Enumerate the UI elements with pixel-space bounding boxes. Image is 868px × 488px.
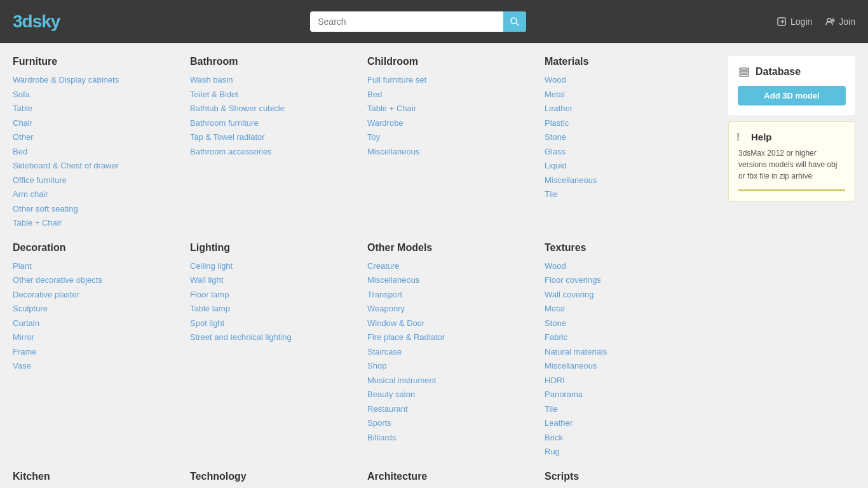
category-title-decoration: Decoration [13,242,184,254]
category-link[interactable]: Sofa [13,88,184,101]
category-link[interactable]: Stone [545,131,715,144]
help-text: 3dsMax 2012 or higher versions models wi… [738,147,845,182]
category-link[interactable]: Street and technical lighting [190,331,361,344]
category-link[interactable]: Natural materials [545,346,715,358]
category-link[interactable]: Vase [13,360,184,372]
category-link[interactable]: Liquid [545,159,715,172]
category-title-bathroom: Bathroom [190,56,361,67]
category-link[interactable]: Fabric [545,331,715,344]
category-link[interactable]: Beauty salon [367,388,538,401]
category-link[interactable]: Wood [545,74,715,86]
category-link[interactable]: Table + Chair [367,102,538,115]
category-link[interactable]: Staircase [367,346,538,358]
category-link[interactable]: Leather [545,102,715,115]
category-link[interactable]: Glass [545,146,715,158]
category-link[interactable]: Sculpture [13,302,184,315]
category-title-scripts: Scripts [545,471,715,482]
category-link[interactable]: Musical instrument [367,374,538,387]
category-link[interactable]: Miscellaneous [545,360,715,372]
category-link[interactable]: Wardrobe & Display cabinets [13,74,184,86]
category-link[interactable]: Curtain [13,317,184,330]
category-link[interactable]: Bed [367,88,538,101]
help-border [738,189,845,191]
category-link[interactable]: Miscellaneous [545,174,715,187]
category-link[interactable]: Wash basin [190,74,361,86]
category-link[interactable]: Plant [13,260,184,273]
category-section-decoration: DecorationPlantOther decorative objectsD… [13,242,184,372]
category-link[interactable]: Panorama [545,388,715,401]
category-link[interactable]: Office furniture [13,174,184,187]
category-link[interactable]: Window & Door [367,317,538,330]
category-link[interactable]: Floor lamp [190,288,361,301]
category-link[interactable]: Brick [545,431,715,444]
category-link[interactable]: Plastic [545,117,715,130]
category-link[interactable]: Leather [545,417,715,430]
category-link[interactable]: Toilet & Bidet [190,88,361,101]
categories-grid: FurnitureWardrobe & Display cabinetsSofa… [13,56,715,488]
category-link[interactable]: Other [13,131,184,144]
category-link[interactable]: Rug [545,445,715,458]
category-link[interactable]: Chair [13,117,184,130]
add-model-button[interactable]: Add 3D model [738,86,846,105]
category-link[interactable]: Wall light [190,274,361,287]
category-link[interactable]: Frame [13,346,184,358]
category-link[interactable]: Stone [545,317,715,330]
category-link[interactable]: Shop [367,360,538,372]
category-link[interactable]: Toy [367,131,538,144]
category-link[interactable]: Spot light [190,317,361,330]
category-links-materials: WoodMetalLeatherPlasticStoneGlassLiquidM… [545,74,715,201]
category-link[interactable]: Miscellaneous [367,274,538,287]
svg-rect-7 [740,71,749,73]
category-link[interactable]: Ceiling light [190,260,361,273]
category-link[interactable]: Tile [545,403,715,416]
category-link[interactable]: Mirror [13,331,184,344]
category-link[interactable]: Fire place & Radiator [367,331,538,344]
category-links-textures: WoodFloor coveringsWall coveringMetalSto… [545,260,715,458]
category-title-other-models: Other Models [367,242,538,254]
category-link[interactable]: Table + Chair [13,217,184,229]
category-links-decoration: PlantOther decorative objectsDecorative … [13,260,184,372]
search-button[interactable] [503,11,526,32]
category-title-lighting: Lighting [190,242,361,254]
join-button[interactable]: Join [825,17,855,27]
category-link[interactable]: Sports [367,417,538,430]
category-link[interactable]: Table [13,102,184,115]
category-link[interactable]: HDRI [545,374,715,387]
category-link[interactable]: Wall covering [545,288,715,301]
category-link[interactable]: Arm chair [13,188,184,201]
category-link[interactable]: Bathtub & Shower cubicle [190,102,361,115]
category-link[interactable]: Tile [545,188,715,201]
category-link[interactable]: Bathroom accessories [190,146,361,158]
category-link[interactable]: Tap & Towel radiator [190,131,361,144]
category-link[interactable]: Other decorative objects [13,274,184,287]
category-link[interactable]: Bed [13,146,184,158]
category-link[interactable]: Miscellaneous [367,146,538,158]
category-link[interactable]: Billiards [367,431,538,444]
category-section-lighting: LightingCeiling lightWall lightFloor lam… [190,242,361,344]
category-link[interactable]: Wood [545,260,715,273]
category-title-materials: Materials [545,56,715,67]
category-link[interactable]: Bathroom furniture [190,117,361,130]
category-link[interactable]: Metal [545,302,715,315]
category-link[interactable]: Weaponry [367,302,538,315]
logo[interactable]: 3dsky [13,11,60,32]
category-link[interactable]: Other soft seating [13,203,184,215]
category-link[interactable]: Creature [367,260,538,273]
category-link[interactable]: Sideboard & Chest of drawer [13,159,184,172]
category-link[interactable]: Restaurant [367,403,538,416]
category-link[interactable]: Transport [367,288,538,301]
category-link[interactable]: Decorative plaster [13,288,184,301]
category-link[interactable]: Metal [545,88,715,101]
database-icon [738,65,750,78]
search-input[interactable] [310,11,526,32]
category-link[interactable]: Floor coverings [545,274,715,287]
login-button[interactable]: Login [776,17,812,27]
category-link[interactable]: Full furniture set [367,74,538,86]
category-section-architecture: ArchitectureBuildingOther architectural … [367,471,538,489]
category-section-technology: TechnologyPCs & Other electricsHousehold… [190,471,361,489]
category-link[interactable]: Table lamp [190,302,361,315]
category-section-kitchen: KitchenTablewareKitchenKitchen appliance… [13,471,184,489]
help-exclaim-icon: ! [736,132,740,143]
category-links-lighting: Ceiling lightWall lightFloor lampTable l… [190,260,361,344]
category-link[interactable]: Wardrobe [367,117,538,130]
